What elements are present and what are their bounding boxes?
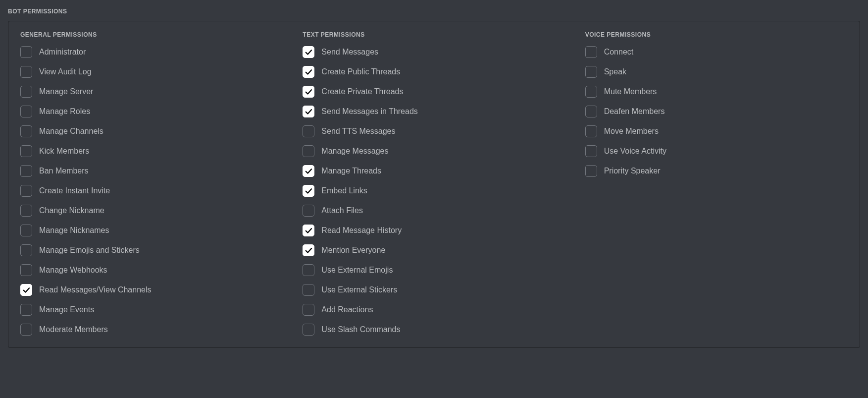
- perm-label: Read Messages/View Channels: [39, 285, 152, 294]
- perm-row-attach-files[interactable]: Attach Files: [303, 205, 565, 217]
- perm-checkbox-connect[interactable]: [585, 46, 597, 58]
- perm-checkbox-use-slash-commands[interactable]: [303, 324, 314, 336]
- perm-row-administrator[interactable]: Administrator: [20, 46, 283, 58]
- perm-checkbox-ban-members[interactable]: [20, 165, 32, 177]
- perm-row-create-public-threads[interactable]: Create Public Threads: [303, 66, 565, 78]
- perm-checkbox-send-messages[interactable]: [303, 46, 314, 58]
- text-permissions-column: TEXT PERMISSIONS Send MessagesCreate Pub…: [303, 31, 565, 336]
- perm-row-deafen-members[interactable]: Deafen Members: [585, 106, 848, 117]
- perm-label: Manage Messages: [321, 146, 388, 156]
- perm-checkbox-create-instant-invite[interactable]: [20, 185, 32, 197]
- perm-checkbox-mention-everyone[interactable]: [303, 244, 314, 256]
- perm-checkbox-moderate-members[interactable]: [20, 324, 32, 336]
- perm-label: Move Members: [604, 126, 659, 136]
- perm-row-view-audit-log[interactable]: View Audit Log: [20, 66, 283, 78]
- perm-checkbox-change-nickname[interactable]: [20, 205, 32, 217]
- perm-label: Mention Everyone: [321, 245, 385, 255]
- perm-row-manage-server[interactable]: Manage Server: [20, 86, 283, 98]
- perm-label: Create Instant Invite: [39, 186, 110, 195]
- perm-checkbox-use-external-emojis[interactable]: [303, 264, 314, 276]
- perm-row-connect[interactable]: Connect: [585, 46, 848, 58]
- perm-row-create-instant-invite[interactable]: Create Instant Invite: [20, 185, 283, 197]
- perm-checkbox-administrator[interactable]: [20, 46, 32, 58]
- perm-label: Mute Members: [604, 87, 657, 96]
- perm-checkbox-manage-channels[interactable]: [20, 125, 32, 137]
- perm-label: Connect: [604, 47, 634, 57]
- perm-row-change-nickname[interactable]: Change Nickname: [20, 205, 283, 217]
- perm-checkbox-send-tts-messages[interactable]: [303, 125, 314, 137]
- perm-label: Manage Threads: [321, 166, 381, 175]
- perm-checkbox-manage-nicknames[interactable]: [20, 225, 32, 236]
- perm-label: Send Messages: [321, 47, 378, 57]
- perm-row-send-messages[interactable]: Send Messages: [303, 46, 565, 58]
- perm-checkbox-embed-links[interactable]: [303, 185, 314, 197]
- perm-label: Administrator: [39, 47, 86, 57]
- perm-row-embed-links[interactable]: Embed Links: [303, 185, 565, 197]
- perm-row-use-external-stickers[interactable]: Use External Stickers: [303, 284, 565, 296]
- perm-row-priority-speaker[interactable]: Priority Speaker: [585, 165, 848, 177]
- perm-checkbox-add-reactions[interactable]: [303, 304, 314, 316]
- perm-label: Embed Links: [321, 186, 367, 195]
- perm-checkbox-deafen-members[interactable]: [585, 106, 597, 117]
- perm-checkbox-kick-members[interactable]: [20, 145, 32, 157]
- perm-checkbox-manage-server[interactable]: [20, 86, 32, 98]
- column-heading-text: TEXT PERMISSIONS: [303, 31, 565, 38]
- perm-checkbox-manage-webhooks[interactable]: [20, 264, 32, 276]
- perm-row-manage-roles[interactable]: Manage Roles: [20, 106, 283, 117]
- perm-checkbox-manage-messages[interactable]: [303, 145, 314, 157]
- perm-row-manage-messages[interactable]: Manage Messages: [303, 145, 565, 157]
- perm-checkbox-manage-threads[interactable]: [303, 165, 314, 177]
- perm-checkbox-manage-roles[interactable]: [20, 106, 32, 117]
- perm-row-manage-threads[interactable]: Manage Threads: [303, 165, 565, 177]
- perm-checkbox-read-message-history[interactable]: [303, 225, 314, 236]
- perm-row-speak[interactable]: Speak: [585, 66, 848, 78]
- perm-row-manage-nicknames[interactable]: Manage Nicknames: [20, 225, 283, 236]
- perm-row-move-members[interactable]: Move Members: [585, 125, 848, 137]
- perm-checkbox-speak[interactable]: [585, 66, 597, 78]
- perm-row-kick-members[interactable]: Kick Members: [20, 145, 283, 157]
- perm-row-send-tts-messages[interactable]: Send TTS Messages: [303, 125, 565, 137]
- column-heading-voice: VOICE PERMISSIONS: [585, 31, 848, 38]
- perm-row-read-messages-view-channels[interactable]: Read Messages/View Channels: [20, 284, 283, 296]
- perm-row-create-private-threads[interactable]: Create Private Threads: [303, 86, 565, 98]
- perm-row-use-voice-activity[interactable]: Use Voice Activity: [585, 145, 848, 157]
- perm-checkbox-move-members[interactable]: [585, 125, 597, 137]
- perm-label: Priority Speaker: [604, 166, 661, 175]
- perm-row-manage-events[interactable]: Manage Events: [20, 304, 283, 316]
- perm-row-manage-webhooks[interactable]: Manage Webhooks: [20, 264, 283, 276]
- perm-label: Manage Emojis and Stickers: [39, 245, 140, 255]
- voice-permissions-column: VOICE PERMISSIONS ConnectSpeakMute Membe…: [585, 31, 848, 336]
- perm-label: Send TTS Messages: [321, 126, 395, 136]
- perm-row-send-messages-in-threads[interactable]: Send Messages in Threads: [303, 106, 565, 117]
- perm-checkbox-use-voice-activity[interactable]: [585, 145, 597, 157]
- perm-row-read-message-history[interactable]: Read Message History: [303, 225, 565, 236]
- perm-label: Attach Files: [321, 206, 363, 215]
- perm-checkbox-manage-events[interactable]: [20, 304, 32, 316]
- perm-row-manage-emojis-and-stickers[interactable]: Manage Emojis and Stickers: [20, 244, 283, 256]
- perm-label: Add Reactions: [321, 305, 373, 314]
- perm-checkbox-manage-emojis-and-stickers[interactable]: [20, 244, 32, 256]
- perm-row-ban-members[interactable]: Ban Members: [20, 165, 283, 177]
- perm-label: Ban Members: [39, 166, 89, 175]
- perm-row-mute-members[interactable]: Mute Members: [585, 86, 848, 98]
- perm-checkbox-mute-members[interactable]: [585, 86, 597, 98]
- perm-checkbox-create-private-threads[interactable]: [303, 86, 314, 98]
- perm-label: Manage Nicknames: [39, 226, 109, 235]
- perm-checkbox-attach-files[interactable]: [303, 205, 314, 217]
- perm-row-manage-channels[interactable]: Manage Channels: [20, 125, 283, 137]
- perm-row-use-slash-commands[interactable]: Use Slash Commands: [303, 324, 565, 336]
- perm-checkbox-send-messages-in-threads[interactable]: [303, 106, 314, 117]
- general-permissions-list: AdministratorView Audit LogManage Server…: [20, 46, 283, 336]
- perm-label: Manage Webhooks: [39, 265, 107, 275]
- perm-checkbox-use-external-stickers[interactable]: [303, 284, 314, 296]
- perm-label: Send Messages in Threads: [321, 107, 417, 116]
- perm-checkbox-priority-speaker[interactable]: [585, 165, 597, 177]
- perm-row-moderate-members[interactable]: Moderate Members: [20, 324, 283, 336]
- perm-row-use-external-emojis[interactable]: Use External Emojis: [303, 264, 565, 276]
- perm-checkbox-view-audit-log[interactable]: [20, 66, 32, 78]
- perm-checkbox-read-messages-view-channels[interactable]: [20, 284, 32, 296]
- perm-checkbox-create-public-threads[interactable]: [303, 66, 314, 78]
- perm-row-mention-everyone[interactable]: Mention Everyone: [303, 244, 565, 256]
- perm-row-add-reactions[interactable]: Add Reactions: [303, 304, 565, 316]
- column-heading-general: GENERAL PERMISSIONS: [20, 31, 283, 38]
